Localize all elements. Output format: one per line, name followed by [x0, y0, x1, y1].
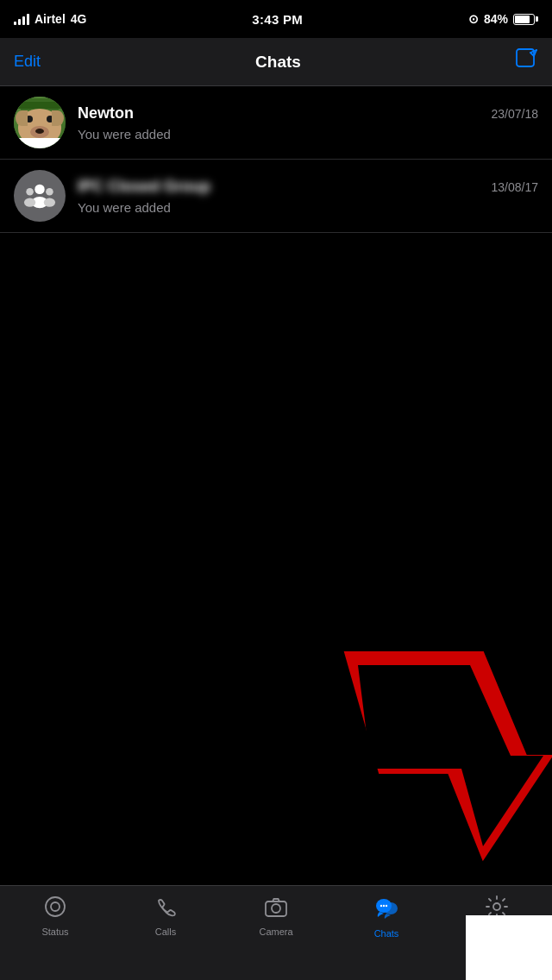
status-time: 3:43 PM [252, 12, 303, 27]
signal-bar-1 [14, 22, 16, 25]
status-left: Airtel 4G [14, 12, 86, 26]
avatar-group [14, 170, 66, 222]
page-title: Chats [255, 53, 301, 72]
chats-tab-label: Chats [374, 928, 399, 939]
chats-tab-icon [373, 895, 399, 924]
status-tab-icon [43, 895, 67, 922]
calls-tab-icon [154, 895, 178, 922]
chat-info-newton: Newton 23/07/18 You were added [78, 104, 538, 141]
chat-info-group: IPC Closed Group 13/08/17 You were added [78, 178, 538, 215]
status-bar: Airtel 4G 3:43 PM ⊙ 84% [0, 0, 552, 38]
svg-point-12 [46, 897, 65, 916]
group-icon [23, 179, 56, 212]
tab-item-chats[interactable]: Chats [331, 895, 442, 939]
chat-item-group[interactable]: IPC Closed Group 13/08/17 You were added [0, 160, 552, 233]
svg-point-20 [386, 905, 387, 907]
chat-header-newton: Newton 23/07/18 [78, 104, 538, 122]
signal-bar-4 [27, 14, 29, 25]
svg-point-9 [44, 198, 55, 206]
chat-message-group: You were added [78, 200, 538, 215]
avatar-newton [14, 97, 66, 148]
chat-message-newton: You were added [78, 127, 538, 141]
svg-point-7 [24, 198, 35, 206]
tab-item-camera[interactable]: Camera [221, 895, 331, 937]
svg-point-13 [51, 902, 60, 911]
network-label: 4G [71, 12, 87, 26]
tab-item-status[interactable]: Status [0, 895, 110, 937]
status-tab-label: Status [41, 927, 68, 937]
chat-name-group: IPC Closed Group [78, 178, 210, 196]
battery-icon [513, 14, 538, 25]
svg-point-15 [272, 904, 280, 913]
calls-tab-label: Calls [155, 927, 176, 937]
svg-point-8 [46, 188, 53, 196]
chat-item-newton[interactable]: Newton 23/07/18 You were added [0, 86, 552, 160]
svg-point-21 [493, 903, 500, 910]
compose-button[interactable] [516, 48, 538, 76]
settings-cover [466, 915, 552, 980]
battery-percentage: 84% [484, 12, 508, 26]
chat-header-group: IPC Closed Group 13/08/17 [78, 178, 538, 196]
empty-content-area [0, 233, 552, 894]
camera-tab-label: Camera [259, 927, 292, 937]
chat-date-newton: 23/07/18 [492, 107, 539, 121]
lock-icon: ⊙ [468, 12, 479, 26]
signal-bar-3 [22, 16, 25, 25]
chat-date-group: 13/08/17 [492, 180, 539, 194]
compose-icon [516, 48, 538, 71]
navigation-bar: Edit Chats [0, 38, 552, 86]
camera-tab-icon [264, 895, 288, 922]
signal-bars [14, 13, 29, 25]
carrier-label: Airtel [34, 12, 66, 26]
svg-point-17 [384, 902, 398, 914]
svg-point-4 [34, 185, 44, 194]
signal-bar-2 [18, 19, 21, 25]
chat-name-newton: Newton [78, 104, 134, 122]
svg-point-19 [383, 905, 385, 907]
tab-item-calls[interactable]: Calls [110, 895, 221, 937]
edit-button[interactable]: Edit [14, 53, 41, 71]
svg-point-18 [380, 905, 382, 907]
svg-point-6 [26, 188, 34, 196]
chat-list: Newton 23/07/18 You were added [0, 86, 552, 233]
status-right: ⊙ 84% [468, 12, 538, 26]
